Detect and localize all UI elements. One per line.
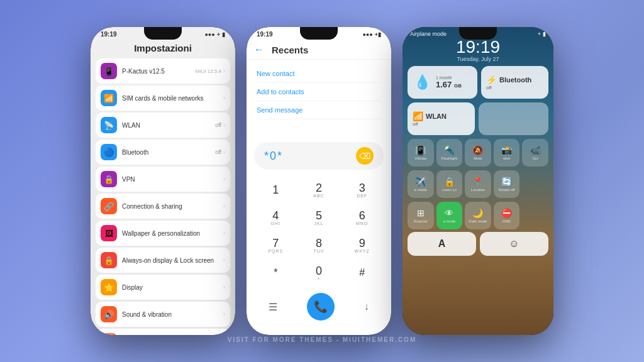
- cc-airplane-label: Airplane mode: [410, 31, 447, 37]
- recents-title: Recents: [272, 45, 308, 55]
- settings-item-connection[interactable]: 🔗 Connection & sharing ›: [96, 194, 230, 219]
- settings-label-pkactus: P-Kactus v12.5: [122, 68, 196, 75]
- settings-item-wlan[interactable]: 📡 WLAN off ›: [96, 112, 230, 138]
- key-7[interactable]: 7PQRS: [259, 233, 292, 258]
- mute-label: Mute: [474, 156, 482, 160]
- settings-label-wallpaper: Wallpaper & personalization: [122, 230, 223, 237]
- settings-label-vpn: VPN: [122, 176, 223, 183]
- reader-tile[interactable]: 👁 a mode: [436, 202, 463, 229]
- backspace-button[interactable]: ⌫: [356, 147, 374, 165]
- mute-tile[interactable]: 🔕 Mute: [465, 139, 491, 167]
- phone-dialer: 19:19 ●●● +▮ ← Recents New contact Add t…: [247, 27, 391, 335]
- key-4[interactable]: 4GHI: [259, 205, 292, 230]
- key-6[interactable]: 6MNO: [346, 205, 379, 230]
- time-2: 19:19: [257, 31, 273, 38]
- call-button[interactable]: 📞: [307, 293, 335, 321]
- lock-screen-tile[interactable]: 🔒 creen Lo: [436, 170, 463, 198]
- send-message-action[interactable]: Send message: [257, 101, 381, 119]
- key-0[interactable]: 0+: [303, 260, 335, 285]
- cc-time: 19:19: [402, 38, 553, 56]
- key-3[interactable]: 3DEF: [346, 177, 379, 202]
- lock-screen-label: creen Lo: [442, 188, 457, 192]
- phone-control-center: Airplane mode + ▮ 19:19 Tuesday, July 27…: [402, 27, 553, 335]
- rotate-tile[interactable]: 🔄 Rotate off: [494, 170, 520, 198]
- mute-icon: 🔕: [472, 145, 483, 155]
- phone-settings: 19:19 ●●● + ▮ Impostazioni 📱 P-Kactus v1…: [91, 27, 235, 335]
- dnd-tile[interactable]: ⛔ DND: [494, 202, 520, 229]
- settings-label-sound: Sound & vibration: [122, 311, 223, 318]
- dark-mode-label: Dark mode: [469, 219, 487, 223]
- vpn-icon: 🔒: [101, 171, 117, 187]
- cc-row-2: 📶 WLAN off: [408, 102, 548, 135]
- sim-icon: 📶: [101, 90, 117, 106]
- key-1[interactable]: 1: [259, 177, 292, 202]
- key-5[interactable]: 5JKL: [303, 205, 335, 230]
- flashlight-label: Flashlight: [441, 156, 458, 160]
- cc-top-grid: 💧 1 month 1.67 GB ⚡ Bluetooth off: [402, 66, 553, 135]
- settings-item-vpn[interactable]: 🔒 VPN ›: [96, 167, 230, 192]
- phones-container: 19:19 ●●● + ▮ Impostazioni 📱 P-Kactus v1…: [91, 27, 553, 335]
- status-icons-1: ●●● + ▮: [204, 31, 225, 38]
- back-button[interactable]: ←: [254, 44, 264, 55]
- lock-screen-icon: 🔒: [444, 177, 455, 187]
- screenshot-tile[interactable]: 📸 shot: [494, 139, 520, 167]
- settings-item-pkactus[interactable]: 📱 P-Kactus v12.5 MIUI 12.5.4 ›: [96, 58, 230, 84]
- settings-item-display[interactable]: ⭐ Display ›: [96, 275, 230, 300]
- scanner-tile[interactable]: ⊞ Scanner: [408, 202, 434, 229]
- wallpaper-icon: 🖼: [101, 225, 117, 241]
- reader-label: a mode: [443, 219, 455, 223]
- cc-row-1: 💧 1 month 1.67 GB ⚡ Bluetooth off: [408, 66, 548, 99]
- keypad-row-2: 4GHI 5JKL 6MNO: [254, 205, 384, 230]
- wlan-header: 📶 WLAN: [413, 111, 447, 121]
- airplane-tile[interactable]: ✈️ e mode: [408, 170, 434, 198]
- settings-item-sound[interactable]: 🔊 Sound & vibration ›: [96, 302, 230, 327]
- dark-mode-tile[interactable]: 🌙 Dark mode: [465, 202, 491, 229]
- status-icons-2: ●●● +▮: [362, 31, 381, 38]
- keypad-row-1: 1 2ABC 3DEF: [254, 177, 384, 202]
- flashlight-tile[interactable]: 🔦 Flashlight: [436, 139, 463, 167]
- location-tile[interactable]: 📍 Location: [465, 170, 491, 198]
- key-9[interactable]: 9WXYZ: [346, 233, 379, 258]
- dialer-input[interactable]: *0*: [264, 150, 283, 163]
- settings-item-display-lock[interactable]: 🔒 Always-on display & Lock screen ›: [96, 248, 230, 273]
- text-icon-tile[interactable]: A: [408, 232, 476, 256]
- new-contact-action[interactable]: New contact: [257, 65, 381, 83]
- location-icon: 📍: [472, 177, 483, 187]
- emoji-tile[interactable]: ☺: [480, 232, 548, 256]
- wlan-cc-status: off: [413, 121, 418, 127]
- recents-header: ← Recents: [247, 40, 391, 60]
- rotate-label: Rotate off: [499, 188, 515, 192]
- menu-icon[interactable]: ☰: [269, 301, 277, 313]
- storage-info: 1 month 1.67 GB: [436, 75, 462, 89]
- rotate-icon: 🔄: [501, 177, 512, 187]
- add-to-contacts-action[interactable]: Add to contacts: [257, 83, 381, 101]
- screen-record-tile[interactable]: 📹 Scr: [522, 139, 548, 167]
- vibrate-label: Vibrate: [414, 156, 426, 160]
- settings-item-wallpaper[interactable]: 🖼 Wallpaper & personalization ›: [96, 221, 230, 246]
- key-2[interactable]: 2ABC: [303, 177, 335, 202]
- bluetooth-header: ⚡ Bluetooth: [486, 75, 531, 85]
- bluetooth-tile[interactable]: ⚡ Bluetooth off: [481, 66, 548, 99]
- vibrate-icon: 📳: [415, 145, 426, 155]
- airplane-tile-icon: ✈️: [415, 177, 426, 187]
- dialer-screen: 19:19 ●●● +▮ ← Recents New contact Add t…: [247, 27, 391, 335]
- settings-item-bluetooth[interactable]: 🔵 Bluetooth off ›: [96, 140, 230, 165]
- bluetooth-label: Bluetooth: [499, 76, 531, 84]
- settings-item-sim[interactable]: 📶 SIM cards & mobile networks ›: [96, 85, 230, 111]
- sound-icon: 🔊: [101, 306, 117, 322]
- settings-item-notifications[interactable]: 🔔 Notifications & Control center ›: [96, 329, 230, 335]
- key-hash[interactable]: #: [346, 260, 379, 285]
- location-label: Location: [471, 188, 486, 192]
- storage-tile[interactable]: 💧 1 month 1.67 GB: [408, 66, 477, 99]
- download-icon[interactable]: ↓: [364, 301, 369, 312]
- wlan-cc-label: WLAN: [426, 112, 447, 120]
- vibrate-tile[interactable]: 📳 Vibrate: [408, 139, 434, 167]
- empty-tile: [479, 102, 548, 135]
- empty-mode-tile: [522, 170, 548, 198]
- reader-icon: 👁: [445, 208, 453, 218]
- key-8[interactable]: 8TUV: [303, 233, 335, 258]
- wlan-tile[interactable]: 📶 WLAN off: [408, 102, 475, 135]
- key-star[interactable]: *: [259, 260, 292, 285]
- bluetooth-settings-icon: 🔵: [101, 144, 117, 160]
- time-1: 19:19: [101, 31, 117, 38]
